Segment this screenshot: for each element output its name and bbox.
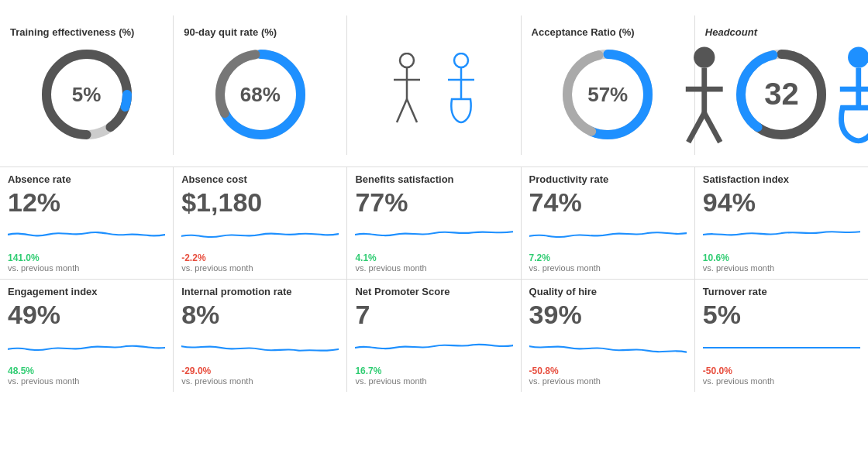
turnover-rate-vs-text: vs. previous month — [703, 376, 774, 386]
quit-rate-value: 68% — [240, 82, 281, 106]
absence-rate-sparkline — [8, 220, 165, 249]
quality-of-hire-change: -50.8% — [529, 366, 559, 376]
quality-of-hire-title: Quality of hire — [529, 286, 597, 297]
engagement-index-vs-text: vs. previous month — [8, 376, 79, 386]
net-promoter-score-value: 7 — [355, 300, 370, 329]
absence-rate-cell: Absence rate12% 141.0%vs. previous month — [0, 167, 174, 279]
benefits-satisfaction-change: 4.1% — [355, 252, 376, 263]
absence-rate-value: 12% — [8, 188, 60, 217]
satisfaction-index-title: Satisfaction index — [703, 173, 789, 185]
engagement-index-cell: Engagement index49% 48.5%vs. previous mo… — [0, 280, 174, 391]
absence-cost-change: -2.2% — [181, 252, 205, 263]
top-row: Training effectiveness (%) 5% 90-day qui… — [0, 8, 868, 167]
productivity-rate-vs-text: vs. previous month — [529, 263, 601, 273]
net-promoter-score-sparkline — [355, 333, 512, 362]
benefits-satisfaction-value: 77% — [355, 188, 408, 217]
headcount-title: Headcount — [699, 26, 757, 38]
net-promoter-score-vs-text: vs. previous month — [355, 376, 426, 386]
absence-cost-cell: Absence cost$1,180 -2.2%vs. previous mon… — [174, 167, 347, 279]
satisfaction-index-cell: Satisfaction index94% 10.6%vs. previous … — [695, 167, 868, 279]
satisfaction-index-value: 94% — [703, 188, 756, 217]
headcount-male-icon — [654, 44, 755, 145]
absence-cost-title: Absence cost — [181, 173, 247, 185]
internal-promotion-rate-value: 8% — [181, 300, 219, 329]
headcount-value: 32 — [764, 77, 799, 112]
absence-rate-vs-text: vs. previous month — [8, 263, 79, 273]
internal-promotion-rate-sparkline — [181, 333, 339, 362]
net-promoter-score-title: Net Promoter Score — [355, 286, 450, 297]
internal-promotion-rate-cell: Internal promotion rate8% -29.0%vs. prev… — [174, 280, 347, 391]
quality-of-hire-sparkline — [529, 333, 687, 362]
internal-promotion-rate-change: -29.0% — [181, 366, 211, 376]
headcount-area: 32 — [731, 44, 832, 145]
engagement-index-change: 48.5% — [8, 366, 34, 376]
turnover-rate-value: 5% — [703, 300, 741, 329]
svg-point-6 — [400, 53, 414, 67]
net-promoter-score-change: 16.7% — [355, 366, 381, 376]
training-effectiveness-title: Training effectiveness (%) — [4, 26, 134, 38]
satisfaction-index-vs-text: vs. previous month — [703, 263, 774, 273]
productivity-rate-value: 74% — [529, 188, 582, 217]
productivity-rate-cell: Productivity rate74% 7.2%vs. previous mo… — [522, 167, 695, 279]
quit-rate-donut: 68% — [210, 44, 311, 145]
headcount-cell: Headcount — [695, 15, 868, 155]
productivity-rate-change: 7.2% — [529, 252, 550, 263]
internal-promotion-rate-title: Internal promotion rate — [181, 286, 291, 297]
satisfaction-index-change: 10.6% — [703, 252, 729, 263]
gender-icons — [386, 53, 483, 126]
turnover-rate-cell: Turnover rate5% -50.0%vs. previous month — [695, 280, 868, 391]
productivity-rate-sparkline — [529, 220, 687, 249]
engagement-index-value: 49% — [8, 300, 60, 329]
net-promoter-score-cell: Net Promoter Score7 16.7%vs. previous mo… — [347, 280, 521, 391]
training-effectiveness-value: 5% — [72, 82, 102, 106]
absence-cost-value: $1,180 — [181, 188, 262, 217]
absence-rate-change: 141.0% — [8, 252, 40, 263]
male-icon — [386, 53, 429, 126]
metrics-row-2: Engagement index49% 48.5%vs. previous mo… — [0, 280, 868, 391]
benefits-satisfaction-cell: Benefits satisfaction77% 4.1%vs. previou… — [347, 167, 521, 279]
headcount-female-icon — [808, 44, 868, 145]
benefits-satisfaction-sparkline — [355, 220, 512, 249]
training-effectiveness-cell: Training effectiveness (%) 5% — [0, 15, 174, 155]
absence-rate-title: Absence rate — [8, 173, 71, 185]
gender-cell — [347, 15, 521, 155]
svg-line-23 — [689, 112, 705, 142]
acceptance-ratio-value: 57% — [587, 82, 628, 106]
svg-line-9 — [397, 99, 407, 122]
female-icon — [440, 53, 483, 126]
engagement-index-title: Engagement index — [8, 286, 98, 297]
quality-of-hire-vs-text: vs. previous month — [529, 376, 601, 386]
acceptance-ratio-donut: 57% — [557, 44, 658, 145]
headcount-donut: 32 — [731, 44, 832, 145]
benefits-satisfaction-vs-text: vs. previous month — [355, 263, 426, 273]
internal-promotion-rate-vs-text: vs. previous month — [181, 376, 253, 386]
dashboard: Training effectiveness (%) 5% 90-day qui… — [0, 0, 868, 392]
training-effectiveness-donut: 5% — [36, 44, 137, 145]
absence-cost-sparkline — [181, 220, 339, 249]
svg-point-20 — [694, 46, 715, 67]
svg-point-25 — [848, 46, 868, 67]
engagement-index-sparkline — [8, 333, 165, 362]
acceptance-ratio-title: Acceptance Ratio (%) — [525, 26, 635, 38]
svg-line-24 — [704, 112, 721, 142]
turnover-rate-sparkline — [703, 333, 860, 362]
quit-rate-title: 90-day quit rate (%) — [177, 26, 277, 38]
turnover-rate-change: -50.0% — [703, 366, 732, 376]
absence-cost-vs-text: vs. previous month — [181, 263, 253, 273]
quality-of-hire-value: 39% — [529, 300, 582, 329]
turnover-rate-title: Turnover rate — [703, 286, 767, 297]
satisfaction-index-sparkline — [703, 220, 860, 249]
svg-point-11 — [454, 53, 468, 67]
quit-rate-cell: 90-day quit rate (%) 68% — [174, 15, 347, 155]
productivity-rate-title: Productivity rate — [529, 173, 609, 185]
benefits-satisfaction-title: Benefits satisfaction — [355, 173, 453, 185]
svg-line-10 — [407, 99, 417, 122]
metrics-row-1: Absence rate12% 141.0%vs. previous month… — [0, 167, 868, 280]
quality-of-hire-cell: Quality of hire39% -50.8%vs. previous mo… — [522, 280, 695, 391]
